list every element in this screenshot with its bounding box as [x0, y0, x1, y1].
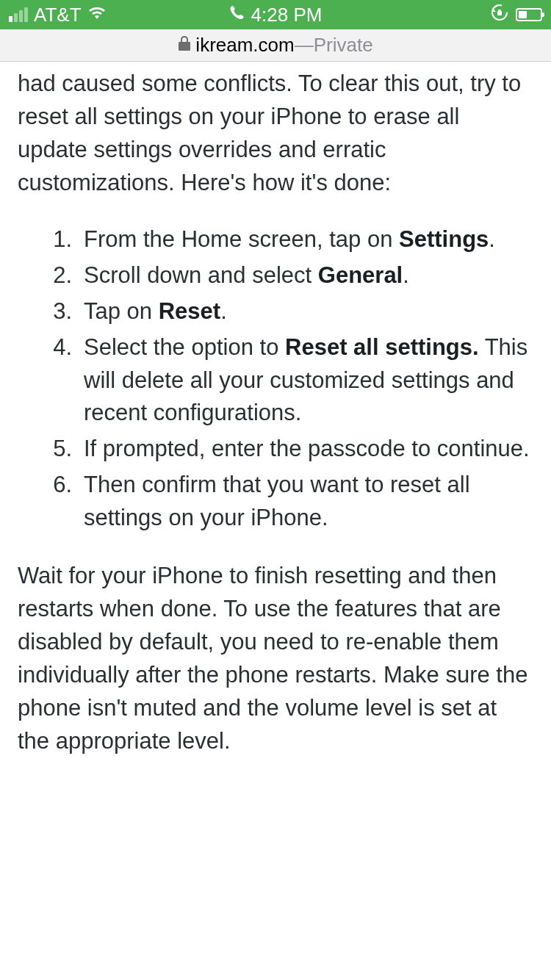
step-number: 5. — [47, 433, 84, 466]
list-item: 6. Then confirm that you want to reset a… — [47, 469, 533, 535]
url-separator: — — [295, 34, 314, 57]
status-bar: AT&T 4:28 PM — [0, 0, 551, 29]
phone-icon — [229, 4, 245, 25]
battery-icon — [516, 8, 542, 21]
step-text: Select the option to Reset all settings.… — [84, 331, 533, 430]
wifi-icon — [87, 4, 107, 25]
intro-paragraph: had caused some conflicts. To clear this… — [18, 68, 533, 200]
step-text: Tap on Reset. — [84, 295, 533, 328]
rotation-lock-icon — [491, 4, 508, 26]
status-right — [491, 4, 542, 26]
url-domain: ikream.com — [195, 34, 294, 57]
step-number: 3. — [47, 295, 84, 328]
step-number: 6. — [47, 469, 84, 535]
step-number: 2. — [47, 259, 84, 292]
list-item: 3. Tap on Reset. — [47, 295, 533, 328]
instruction-list: 1. From the Home screen, tap on Settings… — [18, 223, 533, 535]
step-text: If prompted, enter the passcode to conti… — [84, 433, 533, 466]
step-text: Then confirm that you want to reset all … — [84, 469, 533, 535]
private-mode-label: Private — [314, 34, 373, 57]
page-content[interactable]: had caused some conflicts. To clear this… — [0, 62, 551, 758]
time-label: 4:28 PM — [251, 4, 323, 26]
signal-icon — [9, 7, 28, 22]
list-item: 2. Scroll down and select General. — [47, 259, 533, 292]
step-number: 4. — [47, 331, 84, 430]
step-number: 1. — [47, 223, 84, 256]
status-left: AT&T — [9, 4, 107, 26]
step-text: Scroll down and select General. — [84, 259, 533, 292]
step-text: From the Home screen, tap on Settings. — [84, 223, 533, 256]
carrier-label: AT&T — [34, 4, 82, 26]
list-item: 5. If prompted, enter the passcode to co… — [47, 433, 533, 466]
list-item: 1. From the Home screen, tap on Settings… — [47, 223, 533, 256]
list-item: 4. Select the option to Reset all settin… — [47, 331, 533, 430]
lock-icon — [178, 35, 191, 56]
status-center: 4:28 PM — [229, 4, 323, 26]
browser-address-bar[interactable]: ikream.com — Private — [0, 29, 551, 62]
outro-paragraph: Wait for your iPhone to finish resetting… — [18, 560, 533, 758]
